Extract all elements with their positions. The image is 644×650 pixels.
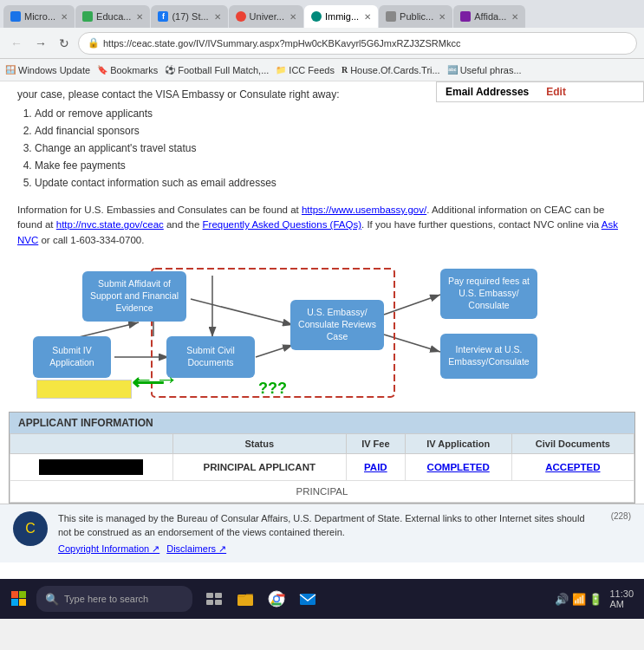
tab-fb[interactable]: f (17) St... ✕ xyxy=(151,5,227,28)
tab-close-public[interactable]: ✕ xyxy=(439,12,446,22)
bookmark-house[interactable]: R House.Of.Cards.Tri... xyxy=(342,65,440,75)
task-view-icon xyxy=(205,589,224,608)
tab-favicon-educa xyxy=(82,11,93,22)
copyright-link[interactable]: Copyright Information ↗ xyxy=(58,542,159,556)
list-item-3: Change an applicant's travel status xyxy=(35,140,627,156)
address-bar[interactable]: 🔒 https://ceac.state.gov/IV/IVSummary.as… xyxy=(78,32,637,55)
page-footer: C This site is managed by the Bureau of … xyxy=(0,504,644,563)
forward-button[interactable]: → xyxy=(31,35,50,52)
nvc-link[interactable]: http://nvc.state.gov/ceac xyxy=(56,219,164,230)
svg-line-5 xyxy=(256,345,293,357)
redacted-name xyxy=(39,459,143,475)
flowchart-section: Submit Affidavit of Support and Financia… xyxy=(0,251,644,412)
svg-rect-11 xyxy=(11,591,18,598)
usembassy-link[interactable]: https://www.usembassy.gov/ xyxy=(302,205,426,215)
tab-close-univer[interactable]: ✕ xyxy=(289,12,296,22)
bookmark-label-icc: ICC Feeds xyxy=(289,65,335,75)
faq-link[interactable]: Frequently Asked Questions (FAQs) xyxy=(203,219,361,230)
chrome-button[interactable] xyxy=(262,582,291,615)
tab-label-educa: Educa... xyxy=(96,11,131,22)
tab-favicon-univer xyxy=(236,11,246,22)
svg-line-7 xyxy=(384,335,440,352)
tab-public[interactable]: Public... ✕ xyxy=(379,5,452,28)
tab-favicon-public xyxy=(386,11,396,22)
system-tray: 🔊 📶 🔋 11:30AM xyxy=(555,588,639,609)
flow-container: Submit Affidavit of Support and Financia… xyxy=(17,258,624,406)
bookmark-icc[interactable]: 📁 ICC Feeds xyxy=(276,65,335,75)
email-addresses-label: Email Addresses xyxy=(446,86,529,98)
svg-rect-16 xyxy=(215,593,222,598)
phrases-icon: 🔤 xyxy=(447,65,458,75)
list-item-1: Add or remove applicants xyxy=(35,106,627,121)
flow-node-interview: Interview at U.S. Embassy/Consulate xyxy=(440,334,537,379)
taskbar: 🔍 Type here to search xyxy=(0,579,644,619)
iv-fee-cell[interactable]: PAID xyxy=(347,453,406,480)
svg-rect-15 xyxy=(206,593,213,598)
question-marks: ??? xyxy=(258,380,287,398)
svg-rect-13 xyxy=(11,599,18,606)
applicant-info-header: APPLICANT INFORMATION xyxy=(10,413,634,433)
flow-node-submit-iv: Submit IV Application xyxy=(33,336,111,378)
tab-favicon-affida xyxy=(460,11,471,22)
seal-char: C xyxy=(25,521,36,536)
tab-univer[interactable]: Univer... ✕ xyxy=(229,5,303,28)
tab-close-micro[interactable]: ✕ xyxy=(61,12,68,22)
tab-close-fb[interactable]: ✕ xyxy=(214,12,221,22)
tab-immig[interactable]: Immig... ✕ xyxy=(304,5,378,28)
principal-label-row: PRINCIPAL xyxy=(10,480,634,502)
file-explorer-button[interactable] xyxy=(231,582,260,615)
search-bar[interactable]: 🔍 Type here to search xyxy=(36,586,192,612)
bookmark-bookmarks[interactable]: 🔖 Bookmarks xyxy=(97,65,158,75)
disclaimers-link[interactable]: Disclaimers ↗ xyxy=(166,542,226,556)
civil-docs-accepted[interactable]: ACCEPTED xyxy=(545,462,600,472)
back-button[interactable]: ← xyxy=(7,35,26,52)
windows-logo-icon xyxy=(11,591,27,607)
svg-rect-14 xyxy=(19,599,26,606)
flow-node-pay-fees: Pay required fees at U.S. Embassy/ Consu… xyxy=(440,269,537,319)
tab-label-public: Public... xyxy=(400,11,433,22)
svg-rect-12 xyxy=(19,591,26,598)
list-item-2: Add financial sponsors xyxy=(35,123,627,139)
tab-close-immig[interactable]: ✕ xyxy=(364,12,371,22)
flow-node-embassy-review: U.S. Embassy/ Consulate Reviews Case xyxy=(290,300,384,350)
tab-micro[interactable]: Micro... ✕ xyxy=(3,5,75,28)
footer-counter: (228) xyxy=(611,511,631,521)
task-view-button[interactable] xyxy=(199,582,229,615)
tab-label-affida: Affida... xyxy=(474,11,506,22)
tab-label-fb: (17) St... xyxy=(172,11,208,22)
footer-description: This site is managed by the Bureau of Co… xyxy=(58,513,585,538)
applicant-status-cell: PRINCIPAL APPLICANT xyxy=(172,453,347,480)
tab-educa[interactable]: Educa... ✕ xyxy=(75,5,150,28)
bookmark-windows-update[interactable]: 🪟 Windows Update xyxy=(5,65,90,75)
iv-application-completed[interactable]: COMPLETED xyxy=(427,462,490,472)
chrome-icon xyxy=(267,589,286,608)
mail-button[interactable] xyxy=(293,582,322,615)
bookmark-label-windows: Windows Update xyxy=(18,65,90,75)
bookmarks-icon: 🔖 xyxy=(97,65,107,75)
footer-text-block: This site is managed by the Bureau of Co… xyxy=(58,511,601,556)
edit-email-link[interactable]: Edit xyxy=(546,86,566,98)
file-explorer-icon xyxy=(236,589,255,608)
iv-fee-paid[interactable]: PAID xyxy=(364,462,387,472)
mail-icon xyxy=(298,589,317,608)
applicant-table: Status IV Fee IV Application Civil Docum… xyxy=(10,433,634,503)
footer-links: Copyright Information ↗ Disclaimers ↗ xyxy=(58,542,601,556)
icc-icon: 📁 xyxy=(276,65,286,75)
tab-affida[interactable]: Affida... ✕ xyxy=(453,5,525,28)
start-button[interactable] xyxy=(5,585,33,613)
svg-rect-17 xyxy=(206,600,213,605)
reload-button[interactable]: ↻ xyxy=(55,35,73,52)
clock: 11:30AM xyxy=(609,588,634,609)
redacted-yellow-box xyxy=(36,380,132,399)
bookmark-football[interactable]: ⚽ Football Full Match,... xyxy=(165,65,269,75)
civil-docs-cell[interactable]: ACCEPTED xyxy=(511,453,634,480)
iv-application-cell[interactable]: COMPLETED xyxy=(405,453,511,480)
svg-rect-24 xyxy=(300,594,315,605)
lock-icon: 🔒 xyxy=(88,37,100,49)
tab-label-univer: Univer... xyxy=(250,11,284,22)
bookmark-phrases[interactable]: 🔤 Useful phras... xyxy=(447,65,522,75)
bookmark-label-phrases: Useful phras... xyxy=(460,65,522,75)
info-paragraph: Information for U.S. Embassies and Consu… xyxy=(0,198,644,251)
tab-close-affida[interactable]: ✕ xyxy=(511,12,518,22)
tab-close-educa[interactable]: ✕ xyxy=(136,12,143,22)
